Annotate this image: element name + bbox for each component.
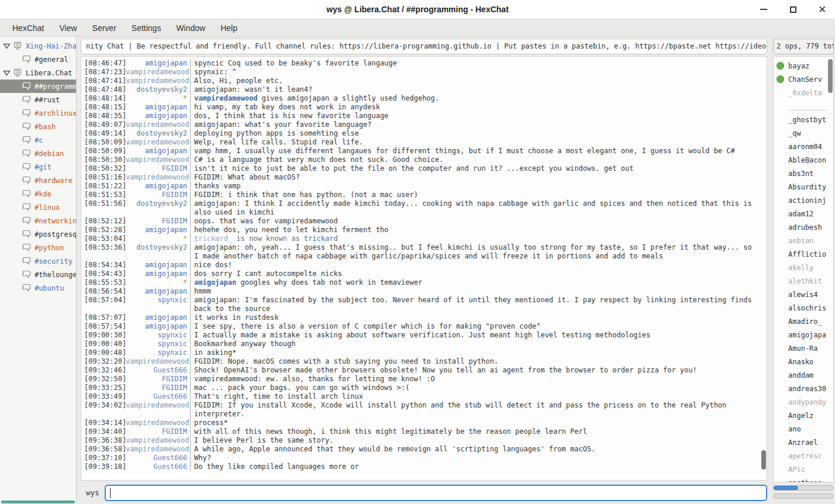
user-list-item[interactable]: ChanServ xyxy=(777,73,827,86)
sidebar-item--archlinux[interactable]: #archlinux xyxy=(0,106,76,120)
sidebar-item--rust[interactable]: ##rust xyxy=(0,93,76,106)
message-timestamp: [08:47:23] xyxy=(81,68,126,77)
user-nick: APic xyxy=(788,465,805,474)
message-timestamp: [08:49:07] xyxy=(81,120,126,129)
user-list-item[interactable]: aaronm04 xyxy=(777,140,827,153)
user-list-item[interactable]: Afflictio xyxy=(777,247,827,261)
message-text: process* xyxy=(190,419,760,427)
user-list-item[interactable]: alethkit xyxy=(777,274,827,288)
user-list-item[interactable]: amigojapa xyxy=(777,328,827,341)
sidebar-item--networking[interactable]: #networking xyxy=(0,214,76,227)
minimize-button[interactable] xyxy=(759,5,768,14)
user-list-item[interactable]: bayaz xyxy=(777,59,827,73)
message-text: spyncic Coq used to be beaky's favorite … xyxy=(190,59,760,68)
message-input[interactable] xyxy=(105,485,767,501)
sidebar-item-libera-chat[interactable]: Libera.Chat xyxy=(0,66,76,80)
chat-message: [08:49:14]dostoyevsky2deploying python a… xyxy=(81,129,760,138)
user-list-item[interactable]: Angelz xyxy=(777,409,827,422)
user-nick: Anzrael xyxy=(788,439,818,447)
network-meters xyxy=(773,482,834,502)
sidebar-item--c[interactable]: #c xyxy=(0,133,76,147)
user-list-item[interactable]: apotheon xyxy=(777,476,827,482)
channel-bubble-icon xyxy=(22,270,32,279)
menu-window[interactable]: Window xyxy=(168,21,213,35)
user-list-item[interactable]: aebian xyxy=(777,234,827,247)
menu-settings[interactable]: Settings xyxy=(124,21,169,35)
user-list-item[interactable]: Absurdity xyxy=(777,180,827,194)
chat-scrollbar-thumb[interactable] xyxy=(761,450,766,470)
sidebar-item--ubuntu[interactable]: #ubuntu xyxy=(0,281,76,295)
chat-scrollbar[interactable] xyxy=(761,58,766,479)
chat-message: [09:39:18]Guest666Do they like compiled … xyxy=(81,462,760,471)
sidebar-item--debian[interactable]: #debian xyxy=(0,147,76,160)
user-nick: andreas30 xyxy=(788,385,826,393)
user-list-item[interactable]: ano xyxy=(777,422,827,436)
user-list-item[interactable]: Anzrael xyxy=(777,436,827,449)
sidebar-item--python[interactable]: #python xyxy=(0,241,76,254)
sidebar-item--kde[interactable]: #kde xyxy=(0,187,76,201)
user-list-item[interactable]: actioninj xyxy=(777,194,827,207)
message-timestamp: [09:33:49] xyxy=(81,392,126,401)
user-list-item[interactable]: __________ xyxy=(777,99,827,113)
user-list-item[interactable]: adrubesh xyxy=(777,220,827,234)
sidebar-item--bash[interactable]: #bash xyxy=(0,120,76,133)
user-list-item[interactable]: _qw xyxy=(777,126,827,140)
user-nick: Angelz xyxy=(788,412,813,420)
user-list-item[interactable]: alewis4 xyxy=(777,288,827,301)
user-list-item[interactable]: akelly xyxy=(777,261,827,274)
message-timestamp: [09:34:14] xyxy=(81,419,126,427)
close-button[interactable]: ✕ xyxy=(817,5,827,14)
tree-expander-icon[interactable] xyxy=(2,42,12,50)
chat-message: [08:46:47]amigojapanspyncic Coq used to … xyxy=(81,59,760,68)
user-list-item[interactable]: _ghostbyt xyxy=(777,113,827,126)
message-timestamp: [08:51:53] xyxy=(81,191,126,199)
user-list-item[interactable]: andypandy xyxy=(777,395,827,409)
topic-bar[interactable]: nity Chat | Be respectful and friendly. … xyxy=(81,39,767,54)
user-list-item[interactable]: Anasko xyxy=(777,355,827,368)
user-nick: __________ xyxy=(788,102,827,111)
sidebar-item--thelounge[interactable]: #thelounge xyxy=(0,268,76,281)
tree-label: #postgresql xyxy=(34,230,76,239)
chat-message: [08:57:04]spynxicamigojapan: I'm fascina… xyxy=(81,296,760,313)
tree-label: #bash xyxy=(34,123,56,131)
user-list-item[interactable]: _0xdelta xyxy=(777,86,827,99)
menu-hexchat[interactable]: HexChat xyxy=(5,21,51,35)
message-nick: amigojapan xyxy=(126,59,190,68)
maximize-button[interactable] xyxy=(788,5,798,14)
sidebar-item--programming[interactable]: ##programming xyxy=(0,80,76,93)
userlist-scrollbar[interactable] xyxy=(827,58,833,481)
sidebar-item--general[interactable]: #general xyxy=(0,53,76,66)
sidebar-item--hardware[interactable]: #hardware xyxy=(0,174,76,187)
user-list-item[interactable]: abs3nt xyxy=(777,167,827,180)
user-list-item[interactable]: Amadiro_ xyxy=(777,315,827,328)
chat-message: [09:00:40]spynxicBookmarked anyway thoug… xyxy=(81,340,760,348)
menu-help[interactable]: Help xyxy=(213,21,245,35)
message-nick: Guest666 xyxy=(126,462,190,471)
message-text: FGIDIM: What about macOS? xyxy=(190,173,760,182)
message-text: trickard_ is now known as trickard xyxy=(190,234,760,243)
sidebar-item--linux[interactable]: #linux xyxy=(0,201,76,214)
message-timestamp: [08:50:32] xyxy=(81,164,126,173)
userlist-scrollbar-thumb[interactable] xyxy=(828,59,833,93)
user-list-item[interactable]: apetresc xyxy=(777,449,827,462)
tree-expander-icon[interactable] xyxy=(2,69,12,77)
channel-tree: Xing-Hai-Zhan#generalLibera.Chat##progra… xyxy=(0,37,77,504)
message-nick: dostoyevsky2 xyxy=(126,129,190,138)
tree-label: #ubuntu xyxy=(34,284,64,292)
user-list-item[interactable]: andreas30 xyxy=(777,382,827,395)
user-list-item[interactable]: anddam xyxy=(777,368,827,382)
menu-view[interactable]: View xyxy=(51,21,84,35)
user-list-item[interactable]: adam12 xyxy=(777,207,827,220)
user-nick: adam12 xyxy=(788,210,813,218)
sidebar-item--security[interactable]: #security xyxy=(0,254,76,268)
sidebar-item--git[interactable]: #git xyxy=(0,160,76,174)
message-timestamp: [09:00:48] xyxy=(81,348,126,357)
user-list-item[interactable]: APic xyxy=(777,462,827,476)
sidebar-item--postgresql[interactable]: #postgresql xyxy=(0,227,76,241)
user-list-item[interactable]: alsochris xyxy=(777,301,827,315)
user-list-item[interactable]: AbleBacon xyxy=(777,153,827,167)
chat-message: [08:50:32]FGIDIMisn't it nice to just be… xyxy=(81,164,760,173)
user-list-item[interactable]: Amun-Ra xyxy=(777,341,827,355)
sidebar-item-xing-hai-zhan[interactable]: Xing-Hai-Zhan xyxy=(0,39,76,53)
menu-server[interactable]: Server xyxy=(85,21,124,35)
